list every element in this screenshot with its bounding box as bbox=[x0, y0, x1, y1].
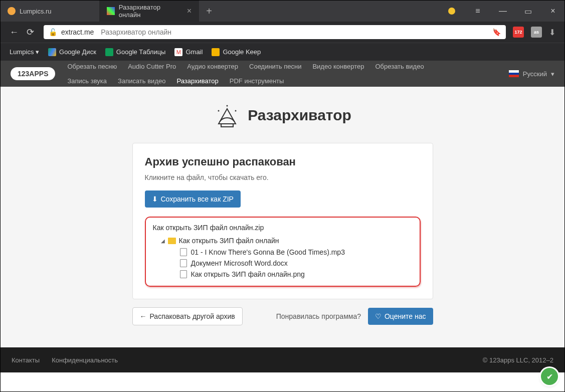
nav-link[interactable]: Видео конвертер bbox=[312, 61, 364, 72]
bookmark-drive[interactable]: Google Диск bbox=[48, 48, 96, 56]
arrow-left-icon: ← bbox=[140, 312, 147, 320]
gmail-icon: M bbox=[174, 48, 182, 56]
minimize-button[interactable]: — bbox=[491, 1, 514, 22]
actions-row: ← Распаковать другой архив Понравилась п… bbox=[132, 307, 433, 325]
svg-point-1 bbox=[235, 110, 237, 112]
main-content: Разархиватор Архив успешно распакован Кл… bbox=[1, 87, 564, 347]
sheets-icon bbox=[105, 48, 113, 56]
menu-button[interactable]: ≡ bbox=[466, 1, 489, 22]
footer-copyright: © 123apps LLC, 2012–2 bbox=[483, 356, 553, 364]
calendar-ext-icon[interactable]: 172 bbox=[513, 27, 524, 38]
drive-icon bbox=[48, 48, 56, 56]
bookmark-lumpics[interactable]: Lumpics ▾ bbox=[10, 48, 39, 56]
bookmark-sheets[interactable]: Google Таблицы bbox=[105, 48, 166, 56]
card-subtext: Кликните на файл, чтобы скачать его. bbox=[145, 173, 421, 181]
nav-link[interactable]: Audio Cutter Pro bbox=[128, 61, 176, 72]
button-label: Распаковать другой архив bbox=[150, 312, 235, 320]
nav-link[interactable]: Обрезать песню bbox=[67, 61, 117, 72]
site-topnav: 123APPS Обрезать песню Audio Cutter Pro … bbox=[1, 61, 564, 87]
bookmark-label: Lumpics ▾ bbox=[10, 48, 39, 56]
shield-check-icon[interactable]: ✔ bbox=[541, 368, 558, 385]
image-file-icon bbox=[180, 270, 187, 278]
address-bar: ← ⟳ 🔓 extract.me Разархиватор онлайн 🔖 1… bbox=[1, 22, 564, 43]
doc-file-icon bbox=[180, 259, 187, 267]
new-tab-button[interactable]: + bbox=[199, 1, 219, 22]
tab-label: Разархиватор онлайн bbox=[119, 4, 183, 19]
file-label: 01 - I Know There's Gonna Be (Good Times… bbox=[191, 248, 345, 256]
unpack-another-button[interactable]: ← Распаковать другой архив bbox=[132, 307, 243, 325]
bookmark-label: Google Диск bbox=[59, 48, 96, 56]
url-domain: extract.me bbox=[61, 28, 94, 36]
chevron-down-icon: ▾ bbox=[551, 70, 554, 78]
file-label: Документ Microsoft Word.docx bbox=[191, 259, 288, 267]
svg-point-0 bbox=[218, 110, 220, 112]
bookmarks-bar: Lumpics ▾ Google Диск Google Таблицы MGm… bbox=[1, 43, 564, 61]
tab-bar: Lumpics.ru Разархиватор онлайн × + ≡ — ▭… bbox=[1, 1, 564, 22]
close-button[interactable]: × bbox=[541, 1, 564, 22]
close-icon[interactable]: × bbox=[187, 7, 192, 16]
language-selector[interactable]: Русский ▾ bbox=[509, 70, 554, 78]
globe-icon bbox=[8, 7, 16, 15]
tree-folder[interactable]: ◢ Как открыть ЗИП файл онлайн bbox=[153, 235, 413, 247]
site-logo[interactable]: 123APPS bbox=[11, 67, 55, 80]
nav-link[interactable]: Соединить песни bbox=[249, 61, 301, 72]
window-controls: ≡ — ▭ × bbox=[448, 1, 564, 22]
file-label: Как открыть ЗИП файл онлайн.png bbox=[191, 270, 305, 278]
language-label: Русский bbox=[523, 70, 547, 78]
reload-button[interactable]: ⟳ bbox=[27, 27, 37, 38]
nav-link[interactable]: PDF инструменты bbox=[230, 75, 284, 87]
bookmark-label: Gmail bbox=[185, 48, 203, 56]
heart-icon: ♡ bbox=[375, 312, 382, 320]
nav-link-active[interactable]: Разархиватор bbox=[176, 75, 218, 87]
card-heading: Архив успешно распакован bbox=[145, 155, 421, 168]
file-tree: Как открыть ЗИП файл онлайн.zip ◢ Как от… bbox=[145, 217, 421, 287]
audio-file-icon bbox=[180, 248, 187, 256]
bookmark-label: Google Keep bbox=[223, 48, 261, 56]
footer-privacy[interactable]: Конфиденциальность bbox=[52, 356, 118, 364]
rainbow-icon bbox=[107, 7, 115, 15]
tree-file[interactable]: Документ Microsoft Word.docx bbox=[153, 258, 413, 269]
lock-open-icon: 🔓 bbox=[49, 28, 57, 36]
maximize-button[interactable]: ▭ bbox=[516, 1, 539, 22]
nav-link[interactable]: Обрезать видео bbox=[375, 61, 424, 72]
nav-link[interactable]: Аудио конвертер bbox=[187, 61, 238, 72]
button-label: Сохранить все как ZIP bbox=[161, 195, 234, 203]
like-prompt: Понравилась программа? bbox=[276, 312, 361, 320]
bookmark-icon[interactable]: 🔖 bbox=[492, 28, 501, 36]
folder-label: Как открыть ЗИП файл онлайн bbox=[179, 237, 279, 245]
tree-file[interactable]: Как открыть ЗИП файл онлайн.png bbox=[153, 269, 413, 280]
tree-root[interactable]: Как открыть ЗИП файл онлайн.zip bbox=[153, 224, 413, 232]
url-input[interactable]: 🔓 extract.me Разархиватор онлайн 🔖 bbox=[44, 25, 506, 39]
lastfm-ext-icon[interactable]: as bbox=[531, 27, 542, 38]
site-footer: Контакты Конфиденциальность © 123apps LL… bbox=[1, 347, 564, 372]
nav-link[interactable]: Запись звука bbox=[67, 75, 107, 87]
footer-contacts[interactable]: Контакты bbox=[12, 356, 40, 364]
url-title: Разархиватор онлайн bbox=[101, 28, 171, 36]
tab-label: Lumpics.ru bbox=[20, 8, 52, 15]
download-icon: ⬇ bbox=[152, 195, 158, 203]
bookmark-label: Google Таблицы bbox=[116, 48, 166, 56]
tree-file[interactable]: 01 - I Know There's Gonna Be (Good Times… bbox=[153, 247, 413, 258]
button-label: Оцените нас bbox=[385, 312, 426, 320]
bookmark-gmail[interactable]: MGmail bbox=[174, 48, 203, 56]
collapse-icon[interactable]: ◢ bbox=[161, 238, 165, 244]
tab-lumpics[interactable]: Lumpics.ru bbox=[1, 1, 100, 22]
svg-point-2 bbox=[227, 105, 228, 107]
back-button[interactable]: ← bbox=[10, 27, 20, 38]
flag-ru-icon bbox=[509, 70, 519, 77]
keep-icon bbox=[212, 48, 220, 56]
folder-icon bbox=[168, 238, 176, 244]
download-icon[interactable]: ⬇ bbox=[549, 28, 555, 37]
rate-button[interactable]: ♡ Оцените нас bbox=[368, 308, 433, 325]
nav-link[interactable]: Записать видео bbox=[118, 75, 165, 87]
hero: Разархиватор bbox=[1, 102, 564, 129]
tab-extract[interactable]: Разархиватор онлайн × bbox=[100, 1, 199, 22]
save-zip-button[interactable]: ⬇ Сохранить все как ZIP bbox=[145, 190, 241, 208]
rainbow-box-icon bbox=[214, 102, 241, 129]
page-title: Разархиватор bbox=[248, 107, 351, 124]
topnav-links: Обрезать песню Audio Cutter Pro Аудио ко… bbox=[67, 61, 428, 87]
result-card: Архив успешно распакован Кликните на фай… bbox=[132, 143, 433, 299]
status-dot-icon bbox=[448, 8, 455, 15]
bookmark-keep[interactable]: Google Keep bbox=[212, 48, 261, 56]
